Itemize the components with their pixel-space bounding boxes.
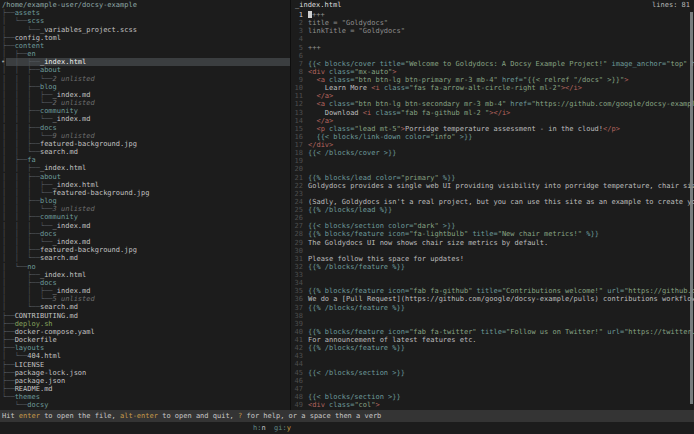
line-number: 49 [291, 401, 303, 409]
tree-row[interactable]: │ └──_variables_project.scss [0, 26, 290, 34]
line-number: 10 [291, 84, 303, 92]
tree-row[interactable]: │ │ └──search.md [0, 148, 290, 156]
tree-row[interactable]: ├──docker-compose.yaml [0, 328, 290, 336]
code-line: 6 [291, 52, 694, 60]
command-input-bar[interactable]: :e h:n gi:y [0, 422, 694, 434]
tree-row[interactable]: │ │ ├──community [0, 107, 290, 115]
code-token: href= [498, 76, 523, 84]
tree-row[interactable]: ├──assets [0, 9, 290, 17]
tree-row[interactable]: ├──CONTRIBUTING.md [0, 312, 290, 320]
tree-row[interactable]: │ │ ├──_index.md [0, 287, 290, 295]
tree-node-label: _index.md [53, 91, 91, 99]
code-line: 7{{< blocks/cover title="Welcome to Gold… [291, 60, 694, 68]
tree-row[interactable]: │ │ ├──featured-background.jpg [0, 140, 290, 148]
flag-value[interactable]: n [261, 424, 265, 432]
tree-branch-lines: │ │ ├── [2, 124, 40, 132]
tree-row[interactable]: └──docsy [0, 401, 290, 409]
tree-row[interactable]: │ └──scss [0, 17, 290, 25]
tree-row[interactable]: ├──package-lock.json [0, 369, 290, 377]
tree-row[interactable]: │ │ │ └──3 unlisted [0, 205, 290, 213]
code-token: <p [316, 125, 329, 133]
tree-row[interactable]: │ │ ├──blog [0, 83, 290, 91]
tree-row[interactable]: │ ├──en [0, 50, 290, 58]
tree-row[interactable]: ├──LICENSE [0, 361, 290, 369]
tree-row[interactable]: ├──config.toml [0, 34, 290, 42]
tree-branch-lines: │ │ │ └── [2, 205, 53, 213]
tree-row[interactable]: │ │ │ └──_index.md [0, 222, 290, 230]
mode-flags: h:n gi:y [253, 422, 291, 434]
code-token: "{{< relref "/docs" >}}" [523, 76, 624, 84]
tree-row[interactable]: │ └──404.html [0, 352, 290, 360]
tree-branch-lines: │ └── [2, 352, 27, 360]
code-token: "Welcome to Goldydocs: A Docsy Example P… [405, 60, 607, 68]
tree-branch-lines: │ ├── [2, 156, 27, 164]
tree-row[interactable]: │ │ │ └──2 unlisted [0, 99, 290, 107]
tree-row[interactable]: │ │ │ └──_index.md [0, 115, 290, 123]
code-token: class= [375, 109, 400, 117]
tree-row[interactable]: │ │ │ └──9 unlisted [0, 132, 290, 140]
tree-row[interactable]: ├──layouts [0, 344, 290, 352]
tree-node-label: blog [40, 197, 57, 205]
tree-row[interactable]: /home/example-user/docsy-example [0, 1, 290, 9]
tree-row[interactable]: │ │ │ ├──_index.md [0, 91, 290, 99]
code-token: "New chair metrics!" [498, 230, 582, 238]
tree-row[interactable]: ├──content [0, 42, 290, 50]
tree-row[interactable]: ├──deploy.sh [0, 320, 290, 328]
tree-row[interactable]: │ │ ├──community [0, 213, 290, 221]
code-token: class= [329, 125, 354, 133]
tree-branch-lines: │ │ ├── [2, 173, 40, 181]
tree-row[interactable]: │ │ │ ├──_index.html [0, 181, 290, 189]
tree-row[interactable]: │ ├──_index.html [0, 271, 290, 279]
tree-row[interactable]: │ ├──docs [0, 279, 290, 287]
tree-row[interactable]: │ │ ├──docs [0, 230, 290, 238]
tree-row[interactable]: │ │ └──search.md [0, 254, 290, 262]
tree-row[interactable]: └──themes [0, 393, 290, 401]
code-token: "btn btn-lg btn-secondary mr-3 mb-4" [354, 100, 506, 108]
code-token: {{% blocks/feature icon= [308, 328, 409, 336]
tree-row[interactable]: │ ├──fa [0, 156, 290, 164]
tree-row[interactable]: │ └──search.md [0, 303, 290, 311]
line-number: 12 [291, 100, 303, 108]
code-token: linkTitle = "Goldydocs" [308, 27, 405, 35]
tree-row[interactable]: ├──Dockerfile [0, 336, 290, 344]
tree-row[interactable]: ├──README.md [0, 385, 290, 393]
tree-row[interactable]: │ │ │ └──2 unlisted [0, 75, 290, 83]
tree-row[interactable]: │ │ ├──docs [0, 124, 290, 132]
flag-value[interactable]: y [287, 424, 291, 432]
tree-row[interactable]: │ │ ├──featured-background.jpg [0, 246, 290, 254]
code-token: <a [316, 76, 329, 84]
tree-row[interactable]: │ │ └──5 unlisted [0, 295, 290, 303]
tree-node-label: about [40, 173, 61, 181]
tree-row[interactable]: │ │ │ └──featured-background.jpg [0, 189, 290, 197]
tree-row[interactable]: │ │ ├──about [0, 173, 290, 181]
tree-branch-lines: │ │ ├── [2, 197, 40, 205]
tree-row[interactable]: │ │ ├──about [0, 66, 290, 74]
tree-branch-lines: ├── [2, 320, 15, 328]
tree-node-label: docs [40, 230, 57, 238]
code-line: 34 [291, 279, 694, 287]
tree-node-label: 3 unlisted [53, 205, 95, 213]
tree-row[interactable]: │ └──no [0, 263, 290, 271]
code-token: "Follow us on Twitter!" [506, 328, 603, 336]
tree-row[interactable]: ├──package.json [0, 377, 290, 385]
line-number: 5 [291, 44, 303, 52]
tree-row[interactable]: │ │ │ └──_index.md [0, 238, 290, 246]
code-line: 13 Download <i class="fab fa-github ml-2… [291, 109, 694, 117]
code-token: "fa-lightbulb" [409, 230, 468, 238]
tree-branch-lines: │ │ │ └── [2, 189, 53, 197]
tree-row[interactable]: │ │ ├──blog [0, 197, 290, 205]
tree-branch-lines: ├── [2, 312, 15, 320]
tree-branch-lines: │ │ │ └── [2, 99, 53, 107]
tree-branch-lines: ├── [2, 34, 15, 42]
code-token: {{< /blocks/section >}} [308, 369, 405, 377]
preview-scrollbar[interactable] [690, 12, 693, 404]
code-line: 48{{< blocks/section >}} [291, 393, 694, 401]
code-line: 25{{% /blocks/lead %}} [291, 206, 694, 214]
code-token: ></i> [489, 109, 510, 117]
tree-branch-lines: │ │ │ └── [2, 222, 53, 230]
tree-row-selected[interactable]: │ │ ├──_index.html [0, 58, 290, 66]
code-token: image_anchor= [607, 60, 666, 68]
tree-branch-lines: │ │ ├── [2, 287, 53, 295]
line-number: 25 [291, 206, 303, 214]
tree-row[interactable]: │ │ ├──_index.html [0, 164, 290, 172]
